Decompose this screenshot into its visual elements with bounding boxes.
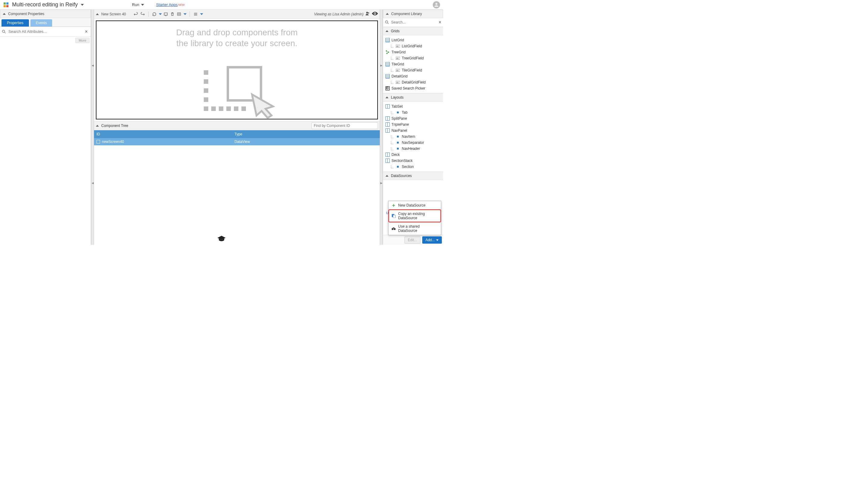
- svg-rect-49: [386, 77, 390, 78]
- library-item-deck[interactable]: Deck: [383, 152, 443, 158]
- edit-button: Edit...: [404, 236, 421, 244]
- canvas-area[interactable]: Drag and drop components from the librar…: [94, 19, 380, 121]
- svg-rect-56: [388, 104, 390, 108]
- screen-icon[interactable]: [163, 11, 168, 17]
- tree-expand-handle-right[interactable]: ▶: [380, 121, 383, 245]
- user-avatar-icon[interactable]: [433, 1, 440, 8]
- svg-rect-18: [204, 79, 208, 84]
- trash-icon[interactable]: [170, 11, 175, 17]
- export-dropdown-icon[interactable]: [184, 13, 187, 15]
- svg-rect-25: [234, 107, 239, 111]
- svg-rect-48: [386, 76, 390, 77]
- svg-rect-23: [219, 107, 223, 111]
- library-item-detailgrid[interactable]: DetailGrid: [383, 73, 443, 79]
- section-datasources[interactable]: DataSources: [383, 172, 443, 180]
- top-header: Multi-record editing in Reify Run Starte…: [0, 0, 443, 10]
- refresh-icon[interactable]: [152, 11, 157, 17]
- library-item-splitpane[interactable]: SplitPane: [383, 116, 443, 121]
- clear-search-icon[interactable]: ×: [84, 29, 89, 34]
- library-item-navitem[interactable]: NavItem: [383, 133, 443, 140]
- library-item-treegridfield[interactable]: abTreeGridField: [383, 55, 443, 61]
- library-item-navseparator[interactable]: NavSeparator: [383, 140, 443, 146]
- user-role-icon[interactable]: [365, 11, 370, 17]
- svg-line-28: [388, 23, 389, 24]
- svg-rect-59: [386, 117, 387, 120]
- library-item-treegrid[interactable]: TreeGrid: [383, 49, 443, 55]
- grids-list: ListGridabListGridFieldTreeGridabTreeGri…: [383, 35, 443, 93]
- library-item-sectionstack[interactable]: SectionStack: [383, 158, 443, 164]
- svg-rect-57: [397, 112, 399, 113]
- library-item-section[interactable]: Section: [383, 164, 443, 170]
- expand-handle-right[interactable]: ▶: [380, 10, 383, 121]
- graduation-cap-icon[interactable]: [217, 235, 226, 243]
- library-item-tilegrid[interactable]: TileGrid: [383, 61, 443, 67]
- library-item-tilegridfield[interactable]: abTileGridField: [383, 67, 443, 73]
- tab-properties[interactable]: Properties: [1, 19, 29, 27]
- canvas-hint: Drag and drop components from the librar…: [176, 27, 298, 49]
- svg-rect-22: [211, 107, 216, 111]
- svg-point-5: [2, 30, 5, 32]
- library-item-detailgridfield[interactable]: abDetailGridField: [383, 79, 443, 85]
- library-item-saved-search-picker[interactable]: Saved Search Picker: [383, 85, 443, 91]
- undo-icon[interactable]: [133, 11, 138, 17]
- section-grids[interactable]: Grids: [383, 27, 443, 35]
- expand-handle-left[interactable]: ◀: [91, 10, 94, 121]
- eye-icon[interactable]: [372, 12, 378, 16]
- svg-rect-11: [194, 14, 197, 14]
- tab-events[interactable]: Events: [30, 19, 53, 27]
- list-icon[interactable]: [193, 11, 198, 17]
- section-layouts[interactable]: Layouts: [383, 93, 443, 101]
- app-title[interactable]: Multi-record editing in Reify: [12, 1, 78, 8]
- library-search-row: ×: [383, 18, 443, 27]
- screen-title[interactable]: New Screen 40: [96, 12, 126, 16]
- run-button[interactable]: Run: [132, 2, 144, 7]
- svg-point-53: [386, 87, 388, 89]
- datasource-footer: Edit... Add...: [383, 235, 443, 245]
- collapse-icon: [386, 13, 389, 15]
- clear-search-icon[interactable]: ×: [437, 20, 442, 25]
- refresh-dropdown-icon[interactable]: [159, 13, 162, 15]
- library-item-tab[interactable]: Tab: [383, 110, 443, 116]
- attribute-search-input[interactable]: [7, 28, 84, 35]
- svg-rect-43: [386, 65, 390, 66]
- list-dropdown-icon[interactable]: [200, 13, 203, 15]
- svg-rect-16: [228, 67, 261, 100]
- tree-row[interactable]: newScreen40 DataView: [94, 138, 380, 145]
- svg-rect-75: [388, 159, 390, 162]
- export-icon[interactable]: [176, 11, 182, 17]
- library-item-triplepane[interactable]: TriplePane: [383, 121, 443, 127]
- plus-icon: ＋: [392, 203, 396, 207]
- more-button[interactable]: More: [75, 38, 90, 43]
- collapse-icon: [96, 125, 99, 127]
- svg-rect-2: [4, 5, 6, 7]
- library-search-input[interactable]: [390, 19, 437, 25]
- component-type-icon: [396, 147, 400, 151]
- tree-search-input[interactable]: [312, 122, 378, 129]
- menu-item-shared-datasource[interactable]: Use a shared DataSource: [389, 222, 441, 235]
- component-library-header[interactable]: Component Library: [383, 10, 443, 18]
- library-item-navpanel[interactable]: NavPanel: [383, 127, 443, 133]
- column-header-type[interactable]: Type: [232, 130, 380, 138]
- svg-text:ab: ab: [396, 57, 399, 59]
- svg-rect-12: [194, 15, 197, 16]
- svg-rect-10: [194, 13, 197, 13]
- tree-expand-handle-left[interactable]: ◀: [91, 121, 94, 245]
- library-item-listgrid[interactable]: ListGrid: [383, 37, 443, 43]
- app-title-dropdown-icon[interactable]: [81, 4, 84, 6]
- svg-rect-71: [386, 153, 387, 156]
- library-item-navheader[interactable]: NavHeader: [383, 146, 443, 152]
- svg-rect-30: [386, 38, 390, 39]
- starter-apps-link[interactable]: Starter Apps: [156, 2, 178, 7]
- menu-item-copy-datasource[interactable]: Copy an existing DataSource: [389, 210, 441, 222]
- component-properties-header[interactable]: Component Properties: [0, 10, 91, 18]
- viewing-as-label: Viewing as Lisa Admin (admin): [314, 11, 378, 17]
- library-item-listgridfield[interactable]: abListGridField: [383, 43, 443, 49]
- svg-rect-20: [204, 97, 208, 102]
- menu-item-new-datasource[interactable]: ＋ New DataSource: [389, 201, 441, 210]
- library-item-tabset[interactable]: TabSet: [383, 103, 443, 110]
- add-button[interactable]: Add...: [422, 236, 442, 244]
- column-header-id[interactable]: ID: [94, 130, 232, 138]
- redo-icon[interactable]: [140, 11, 145, 17]
- svg-rect-67: [397, 136, 399, 138]
- svg-point-79: [392, 228, 393, 230]
